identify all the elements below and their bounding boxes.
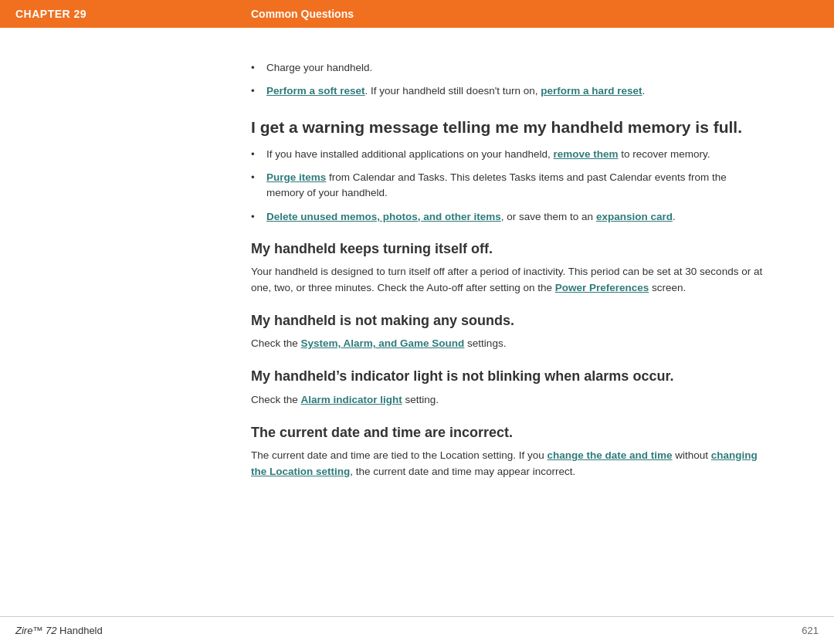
alarm-indicator-link[interactable]: Alarm indicator light — [301, 394, 402, 405]
bullet-text: . If your handheld still doesn't turn on… — [365, 85, 541, 97]
expansion-card-link[interactable]: expansion card — [596, 211, 673, 222]
chapter-label: CHAPTER 29 — [0, 8, 251, 20]
bullet-text: . — [673, 211, 676, 222]
datetime-body: The current date and time are tied to th… — [251, 448, 764, 480]
section-heading-sounds: My handheld is not making any sounds. — [251, 312, 764, 330]
turnoff-body: Your handheld is designed to turn itself… — [251, 264, 764, 297]
list-item: Purge items from Calendar and Tasks. Thi… — [251, 170, 764, 202]
purge-items-link[interactable]: Purge items — [266, 171, 326, 183]
bullet-text: from Calendar and Tasks. This deletes Ta… — [266, 171, 727, 198]
list-item: Perform a soft reset. If your handheld s… — [251, 83, 764, 99]
hard-reset-link[interactable]: perform a hard reset — [541, 85, 642, 97]
sound-settings-link[interactable]: System, Alarm, and Game Sound — [301, 337, 465, 349]
section-heading-turnoff: My handheld keeps turning itself off. — [251, 240, 764, 258]
list-item: Delete unused memos, photos, and other i… — [251, 209, 764, 225]
indicator-body: Check the Alarm indicator light setting. — [251, 392, 764, 408]
delete-unused-link[interactable]: Delete unused memos, photos, and other i… — [266, 211, 501, 222]
list-item: Charge your handheld. — [251, 60, 764, 76]
bullet-text: . — [642, 85, 646, 97]
list-item: If you have installed additional applica… — [251, 147, 764, 162]
section-title: Common Questions — [251, 8, 834, 20]
remove-them-link[interactable]: remove them — [554, 148, 619, 160]
intro-bullet-list: Charge your handheld. Perform a soft res… — [251, 60, 764, 100]
section-heading-indicator: My handheld’s indicator light is not bli… — [251, 368, 764, 385]
page-number: 621 — [802, 625, 819, 636]
section-heading-memory: I get a warning message telling me my ha… — [251, 117, 764, 137]
main-content: Charge your handheld. Perform a soft res… — [0, 28, 803, 508]
memory-bullet-list: If you have installed additional applica… — [251, 147, 764, 225]
footer: Zire™ 72 Handheld 621 — [0, 616, 834, 644]
bullet-text: , or save them to an — [501, 211, 596, 222]
section-heading-datetime: The current date and time are incorrect. — [251, 424, 764, 442]
change-datetime-link[interactable]: change the date and time — [547, 449, 672, 461]
power-preferences-link[interactable]: Power Preferences — [555, 282, 649, 293]
header-bar: CHAPTER 29 Common Questions — [0, 0, 834, 28]
soft-reset-link[interactable]: Perform a soft reset — [266, 85, 365, 97]
change-location-link[interactable]: changing the Location setting — [251, 449, 758, 477]
bullet-text: Charge your handheld. — [266, 62, 372, 73]
bullet-text: If you have installed additional applica… — [266, 148, 554, 160]
sounds-body: Check the System, Alarm, and Game Sound … — [251, 336, 764, 352]
product-name-italic: Zire™ 72 — [15, 625, 56, 636]
bullet-text: to recover memory. — [619, 148, 710, 160]
footer-product-name: Zire™ 72 Handheld — [15, 625, 103, 636]
